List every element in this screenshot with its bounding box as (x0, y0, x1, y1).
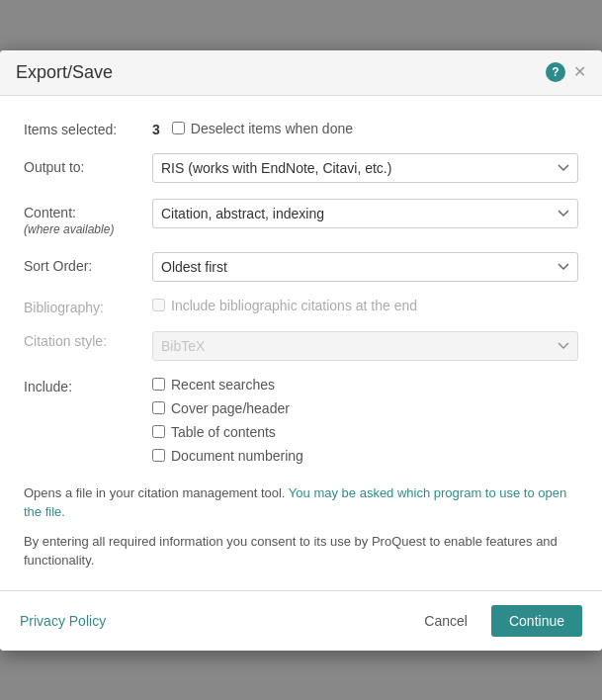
include-document-numbering: Document numbering (152, 448, 303, 464)
sort-select-wrap: Oldest first Newest first Relevance (152, 252, 578, 282)
include-cover-page-checkbox[interactable] (152, 401, 165, 414)
content-label-wrap: Content: (where available) (24, 199, 152, 236)
include-options: Recent searches Cover page/header Table … (152, 377, 303, 464)
items-selected-value: 3 (152, 116, 160, 137)
include-recent-searches-checkbox[interactable] (152, 378, 165, 391)
output-row: Output to: RIS (works with EndNote, Cita… (24, 153, 578, 183)
include-cover-page: Cover page/header (152, 400, 303, 416)
include-table-of-contents: Table of contents (152, 424, 303, 440)
deselect-label: Deselect items when done (191, 121, 353, 136)
cancel-button[interactable]: Cancel (410, 605, 481, 637)
modal-body: Items selected: 3 Deselect items when do… (0, 96, 602, 590)
citation-select[interactable]: BibTeX APA MLA (152, 331, 578, 361)
items-selected-row: Items selected: 3 Deselect items when do… (24, 116, 578, 137)
sort-select[interactable]: Oldest first Newest first Relevance (152, 252, 578, 282)
bibliography-label: Bibliography: (24, 298, 152, 315)
help-icon[interactable]: ? (546, 62, 565, 82)
deselect-checkbox-wrap: Deselect items when done (172, 117, 353, 136)
content-row: Content: (where available) Citation, abs… (24, 199, 578, 236)
privacy-policy-link[interactable]: Privacy Policy (20, 613, 106, 629)
bibliography-checkbox-wrap: Include bibliographic citations at the e… (152, 298, 417, 313)
modal-footer: Privacy Policy Cancel Continue (0, 590, 602, 651)
info-text-2: By entering all required information you… (24, 532, 578, 570)
items-selected-content: 3 Deselect items when done (152, 116, 353, 137)
include-recent-searches-label: Recent searches (171, 377, 275, 393)
include-document-numbering-label: Document numbering (171, 448, 303, 464)
include-row: Include: Recent searches Cover page/head… (24, 377, 578, 464)
content-label: Content: (24, 205, 76, 220)
sort-label: Sort Order: (24, 252, 152, 274)
output-select-wrap: RIS (works with EndNote, Citavi, etc.) P… (152, 153, 578, 183)
include-table-of-contents-checkbox[interactable] (152, 425, 165, 438)
citation-label: Citation style: (24, 331, 152, 349)
modal-header: Export/Save ? ✕ (0, 50, 602, 96)
include-cover-page-label: Cover page/header (171, 400, 290, 416)
info-link[interactable]: You may be asked which program to use to… (24, 485, 566, 520)
include-recent-searches: Recent searches (152, 377, 303, 393)
include-label: Include: (24, 377, 152, 394)
content-select[interactable]: Citation, abstract, indexing Citation on… (152, 199, 578, 228)
content-sublabel: (where available) (24, 222, 114, 236)
bibliography-row: Bibliography: Include bibliographic cita… (24, 298, 578, 315)
deselect-checkbox[interactable] (172, 122, 185, 134)
modal-title: Export/Save (16, 62, 113, 83)
continue-button[interactable]: Continue (491, 605, 582, 637)
header-icons: ? ✕ (546, 62, 586, 82)
export-save-modal: Export/Save ? ✕ Items selected: 3 Desele… (0, 50, 602, 651)
footer-buttons: Cancel Continue (410, 605, 582, 637)
bibliography-checkbox-label: Include bibliographic citations at the e… (171, 298, 417, 313)
sort-row: Sort Order: Oldest first Newest first Re… (24, 252, 578, 282)
output-select[interactable]: RIS (works with EndNote, Citavi, etc.) P… (152, 153, 578, 183)
content-select-wrap: Citation, abstract, indexing Citation on… (152, 199, 578, 228)
include-table-of-contents-label: Table of contents (171, 424, 276, 440)
citation-row: Citation style: BibTeX APA MLA (24, 331, 578, 361)
items-selected-label: Items selected: (24, 116, 152, 137)
close-icon[interactable]: ✕ (573, 64, 586, 80)
info-text-1: Opens a file in your citation management… (24, 483, 578, 522)
bibliography-checkbox[interactable] (152, 299, 165, 311)
citation-select-wrap: BibTeX APA MLA (152, 331, 578, 361)
include-document-numbering-checkbox[interactable] (152, 449, 165, 462)
output-label: Output to: (24, 153, 152, 175)
